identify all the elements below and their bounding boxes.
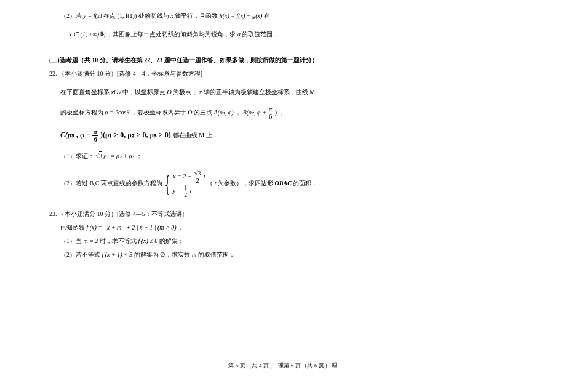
row-x: x = 2 − √32 t [173,170,205,184]
t: ， [235,109,241,116]
m: xOy [111,89,121,95]
t: 时，求不等式 [100,238,138,244]
rad: 3 [99,151,102,159]
param-eqs: x = 2 − √32 t y = 12 t [173,170,205,198]
q22-part2: （2）若过 B,C 两点直线的参数方程为 { x = 2 − √32 t y =… [49,170,501,198]
num: √3 [193,170,202,177]
text: 在点 [103,12,118,19]
section2-header: (二)选考题（共 10 分。请考生在第 22、23 题中任选一题作答。如果多做，… [49,55,501,65]
m: O [167,89,172,95]
math-x: x [170,12,173,19]
page-footer: 第 5 页（共 4 页） ·理第 6 页（共 6 页）·理 [0,361,566,370]
m: O [188,109,192,116]
m: f (x + 1) < 3 [102,251,133,258]
q21-part2-line2: x ∈ (1, +∞) 时，其图象上每一点处切线的倾斜角均为锐角，求 a 的取值… [49,30,501,39]
q22-p3: C(ρ₃ , φ − π6 )(ρ₁ > 0, ρ₂ > 0, ρ₃ > 0) … [49,129,501,143]
t: 的解集为 ∅，求实数 [134,251,192,258]
frac-1-2: 12 [183,184,188,198]
den: 6 [92,136,98,143]
m: ρ = 2cosθ [105,109,130,116]
t: ， [279,109,285,116]
q23-num: 23. [49,210,57,217]
t: 的面积． [293,180,317,186]
q22-num: 22. [49,70,57,77]
q22-part1: （1）求证： √3 ρ₁ = ρ₂ + ρ₃ ； [49,151,501,161]
m: f (x) = | x + m | + 2 | x − 1 | (m > 0) [87,224,177,231]
t: y = [173,187,183,194]
text: 轴平行，且函数 [175,12,220,19]
den: 6 [268,113,273,120]
rad: 3 [198,169,201,177]
m: m = 2 [84,238,98,244]
t: 已知函数 [60,224,87,231]
m: > 0) [159,130,173,139]
t: 的三点 [194,109,214,116]
m: ₂ [132,130,135,139]
t: （2）若不等式 [60,251,102,258]
q23-part2: （2）若不等式 f (x + 1) < 3 的解集为 ∅，求实数 m 的取值范围… [49,250,501,260]
t: 都在曲线 M 上． [173,132,218,138]
m: , φ − [76,130,92,139]
t: 的解集； [159,238,184,244]
den: 2 [193,177,202,184]
t: ． [178,224,184,231]
math-a: a [237,31,241,38]
q23-header: 23. （本小题满分 10 分）[选修 4—5：不等式选讲] [49,209,501,219]
text: 在 [264,12,270,19]
q23-header-text: （本小题满分 10 分）[选修 4—5：不等式选讲] [58,210,184,217]
t: ； [136,153,142,159]
math-pt: (1, f(1)) [118,12,137,19]
math-domain: x ∈ (1, +∞) [69,31,99,38]
num: 1 [183,184,188,191]
m: t [215,180,217,186]
m: ρ₁ = ρ₂ + ρ₃ [104,153,135,159]
m: f (x) ≤ 8 [138,238,157,244]
t: （2）若过 B,C 两点直线的参数方程为 [60,180,162,186]
t: x = 2 − [173,173,193,180]
frac-s3-2: √32 [193,170,202,184]
sqrt3-rho: √3 [96,151,103,159]
t: 为参数），求四边形 [218,180,275,186]
math-hx: h(x) = f(x) + g(x) [220,12,263,19]
text: 时，其图象上每一点处切线的倾斜角均为锐角，求 [100,31,237,38]
t: 的极坐标方程为 [60,109,105,116]
q23-p1: 已知函数 f (x) = | x + m | + 2 | x − 1 | (m … [49,223,501,233]
t: 在平面直角坐标系 [60,89,111,95]
math-yfx: y = f(x) [84,12,102,19]
m: m [192,251,196,258]
frac-pi6-2: π6 [92,129,98,143]
m: ₃ [71,130,74,139]
num: π [92,129,98,136]
q22-p2: 的极坐标方程为 ρ = 2cosθ ，若极坐标系内异于 O 的三点 A(ρ₁, … [49,106,501,120]
m: ₃ [154,130,157,139]
t: 的取值范围． [198,251,235,258]
t: 轴的正半轴为极轴建立极坐标系，曲线 M [204,89,315,95]
q22-p1: 在平面直角坐标系 xOy 中，以坐标原点 O 为极点， x 轴的正半轴为极轴建立… [49,87,501,97]
t: （ [207,180,213,186]
m: )(ρ [100,130,109,139]
t: t [204,173,205,180]
frac-pi6-1: π6 [268,106,273,120]
den: 2 [183,191,188,198]
text: 的取值范围． [242,31,279,38]
m: OBAC [275,180,292,186]
m: ₁ [109,130,112,139]
m: > 0, ρ [114,130,131,139]
m: A(ρ₁, φ) [214,109,234,116]
t: （1）求证： [60,153,94,159]
q22-header-text: （本小题满分 10 分）[选修 4—4：坐标系与参数方程] [58,70,202,77]
t: （1）当 [60,238,84,244]
q21-part2-line1: （2）若 y = f(x) 在点 (1, f(1)) 处的切线与 x 轴平行，且… [49,11,501,21]
m: > 0, ρ [137,130,154,139]
q23-part1: （1）当 m = 2 时，求不等式 f (x) ≤ 8 的解集； [49,236,501,246]
t: t [190,187,192,194]
t: 中，以坐标原点 [122,89,167,95]
brace-icon: { [165,172,170,196]
text: （2）若 [60,12,84,19]
q22-header: 22. （本小题满分 10 分）[选修 4—4：坐标系与参数方程] [49,69,501,79]
num: π [268,106,273,113]
row-y: y = 12 t [173,184,205,198]
t: ，若极坐标系内异于 [131,109,188,116]
t: 为极点， [173,89,197,95]
page-body: （2）若 y = f(x) 在点 (1, f(1)) 处的切线与 x 轴平行，且… [0,0,566,260]
